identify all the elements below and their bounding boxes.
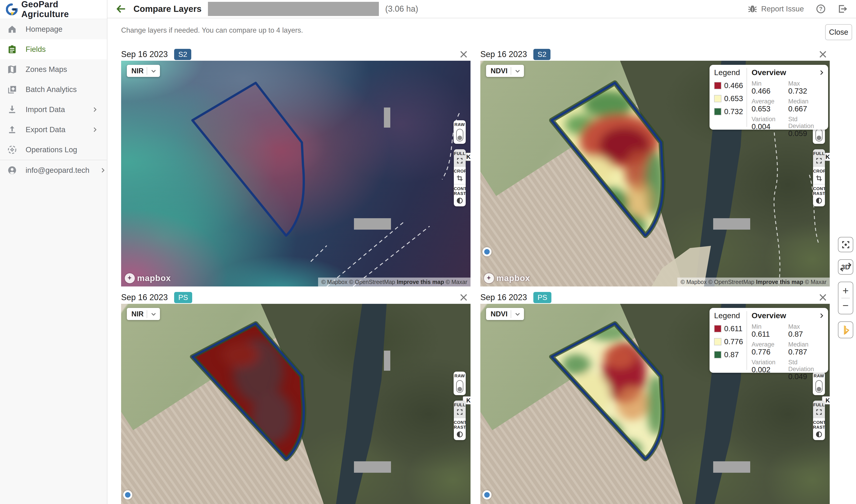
layer-select-dropdown[interactable]: NDVI (486, 65, 524, 77)
stat-variation: 0.002 (752, 366, 788, 374)
map-canvas-ndvi-s2[interactable]: NDVI Legend 0.466 (480, 61, 830, 286)
full-view-button[interactable]: FULL (813, 401, 825, 418)
stat-variation: 0.004 (752, 123, 788, 131)
back-button[interactable] (115, 3, 127, 15)
fullscreen-icon (816, 409, 822, 415)
source-badge: S2 (174, 49, 191, 60)
mapbox-logo[interactable]: mapbox (484, 273, 530, 283)
capture-date: Sep 16 2023 (121, 50, 168, 59)
layer-name: NDVI (491, 310, 508, 318)
close-panel-icon[interactable] (459, 49, 469, 59)
map-canvas-ndvi-ps[interactable]: NDVI Legend 0.611 (480, 304, 830, 504)
map-attribution[interactable]: © Mapbox © OpenStreetMap Improve this ma… (677, 277, 830, 286)
sidebar-item-homepage[interactable]: Homepage (0, 19, 107, 39)
field-area: (3.06 ha) (385, 4, 418, 14)
map-attribution[interactable]: © Mapbox © OpenStreetMap Improve this ma… (318, 277, 470, 286)
toggle-knob (817, 387, 821, 392)
panel-2-header: Sep 16 2023 S2 (480, 48, 830, 60)
chevron-down-icon (514, 311, 521, 317)
contrast-button[interactable]: CONT RAST (813, 418, 825, 440)
layer-select-dropdown[interactable]: NDVI (486, 308, 524, 320)
sidebar-item-label: Batch Analytics (25, 85, 77, 94)
contrast-icon (456, 197, 463, 204)
legend-stop: 0.611 (714, 324, 747, 333)
sidebar-item-fields[interactable]: Fields (0, 39, 107, 59)
chevron-right-icon[interactable] (818, 312, 825, 319)
legend-swatch-green (714, 351, 721, 358)
sidebar-item-zones-maps[interactable]: Zones Maps (0, 59, 107, 79)
map-view-controls: FULL CROP CONT RAST (454, 149, 466, 206)
sidebar-item-import-data[interactable]: Import Data (0, 100, 107, 120)
crop-view-button[interactable]: CROP (454, 166, 466, 184)
legend-stop: 0.653 (714, 94, 747, 103)
raw-toggle-switch[interactable] (456, 380, 463, 393)
improve-map-link[interactable]: Improve this map (397, 279, 444, 285)
center-field-button[interactable] (838, 237, 853, 252)
help-icon[interactable] (816, 4, 826, 14)
close-panel-icon[interactable] (459, 292, 469, 303)
contrast-button[interactable]: CONT RAST (454, 184, 466, 206)
sidebar-item-operations-log[interactable]: Operations Log (0, 140, 107, 160)
sidebar-user-account[interactable]: info@geopard.tech (0, 160, 107, 180)
contrast-icon (816, 431, 822, 438)
raw-toggle-control: RAW (453, 372, 466, 395)
sidebar-item-label: Homepage (25, 25, 63, 34)
report-issue-button[interactable]: Report Issue (748, 4, 804, 14)
toggle-3d-button[interactable]: 3D (838, 259, 853, 275)
contrast-button[interactable]: CONT RAST (813, 184, 825, 206)
raw-toggle-switch[interactable] (456, 129, 463, 142)
location-marker[interactable] (482, 247, 492, 256)
contrast-button[interactable]: CONT RAST (454, 418, 466, 440)
sidebar-nav: Homepage Fields Zones Maps Batch Analyti… (0, 19, 107, 180)
stat-std-deviation: 0.049 (788, 373, 825, 381)
mapbox-logo[interactable]: mapbox (125, 273, 171, 283)
topbar-actions: Report Issue (748, 4, 848, 14)
compare-content: Sep 16 2023 S2 (107, 42, 856, 504)
raw-toggle-switch[interactable] (815, 380, 823, 393)
close-panel-icon[interactable] (818, 292, 828, 303)
overview-title: Overview (752, 311, 786, 320)
panel-grid: Sep 16 2023 S2 (121, 48, 856, 504)
location-marker[interactable] (482, 490, 492, 500)
map-panel-1: Sep 16 2023 S2 (121, 48, 470, 286)
legend-title: Legend (714, 68, 747, 77)
page-title: Compare Layers (134, 4, 202, 14)
stat-max: 0.732 (788, 87, 825, 95)
map-toolbar: 3D + − (838, 237, 853, 338)
legend-swatch-red (714, 325, 721, 332)
full-view-button[interactable]: FULL (813, 149, 825, 166)
improve-map-link[interactable]: Improve this map (756, 279, 803, 285)
legend-stop: 0.466 (714, 81, 747, 90)
zoom-in-button[interactable]: + (838, 284, 853, 298)
panel-3-header: Sep 16 2023 PS (121, 291, 470, 303)
crop-view-button[interactable]: CROP (813, 166, 825, 184)
layer-name: NDVI (491, 67, 508, 75)
gear-icon (7, 144, 17, 155)
source-badge: PS (174, 292, 192, 303)
map-canvas-nir-ps[interactable]: NIR K 2 RAW FULL (121, 304, 470, 504)
bing-maps-button[interactable] (838, 321, 853, 338)
layer-select-dropdown[interactable]: NIR (127, 308, 160, 320)
location-marker[interactable] (123, 490, 132, 500)
sidebar-item-export-data[interactable]: Export Data (0, 120, 107, 140)
full-view-button[interactable]: FULL (454, 401, 466, 418)
map-canvas-nir-s2[interactable]: NIR K 2 RAW FULL (121, 61, 470, 286)
stat-min: 0.611 (752, 330, 788, 338)
logout-icon[interactable] (838, 4, 848, 14)
close-panel-icon[interactable] (818, 49, 828, 59)
zoom-out-button[interactable]: − (838, 298, 853, 313)
sidebar-item-batch-analytics[interactable]: Batch Analytics (0, 79, 107, 100)
close-button[interactable]: Close (825, 24, 852, 40)
layer-select-dropdown[interactable]: NIR (127, 65, 160, 77)
map-panel-2: Sep 16 2023 S2 (480, 48, 830, 286)
chevron-right-icon[interactable] (818, 69, 825, 76)
redacted-map-label (713, 218, 750, 230)
stat-median: 0.667 (788, 105, 825, 113)
main-area: Compare Layers (3.06 ha) Report Issue Ch… (107, 0, 856, 504)
source-badge: S2 (533, 49, 550, 60)
legend-overview-card: Legend 0.466 0.653 (709, 65, 828, 130)
raw-toggle-control: RAW (453, 120, 466, 144)
field-boundary (121, 61, 470, 286)
full-view-button[interactable]: FULL (454, 149, 466, 166)
panel-4-header: Sep 16 2023 PS (480, 291, 830, 303)
